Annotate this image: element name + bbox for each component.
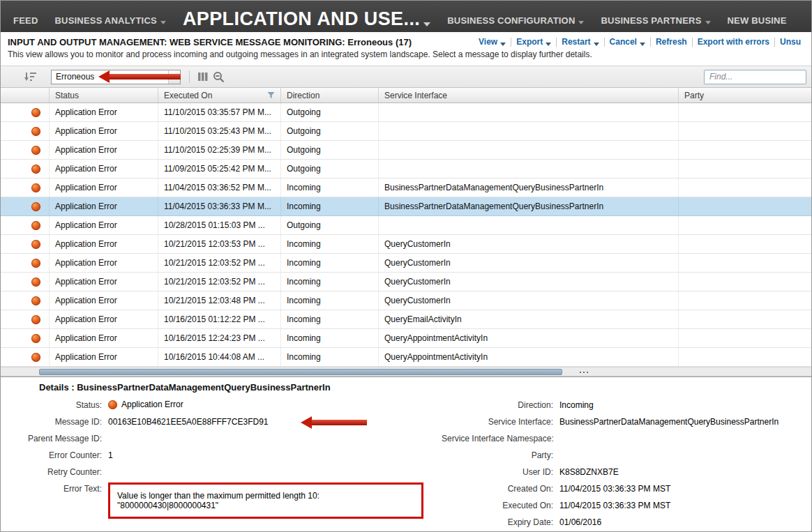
field-value — [105, 464, 108, 467]
cell-direction: Incoming — [281, 273, 379, 291]
status-icon-cell — [1, 235, 50, 253]
table-row[interactable]: Application Error11/10/2015 02:25:39 PM … — [1, 141, 811, 160]
cell-party — [679, 197, 811, 215]
cell-service-interface: QueryCustomerIn — [379, 291, 679, 310]
details-title: Details : BusinessPartnerDataManagementQ… — [1, 381, 811, 397]
nav-item-new-busine[interactable]: NEW BUSINE — [719, 15, 795, 32]
nav-item-label: BUSINESS PARTNERS — [601, 15, 701, 26]
status-icon-cell — [1, 160, 50, 178]
error-status-icon — [31, 240, 40, 249]
nav-item-business-analytics[interactable]: BUSINESS ANALYTICS — [46, 15, 174, 32]
action-cancel[interactable]: Cancel — [606, 37, 649, 47]
column-header-direction[interactable]: Direction — [281, 88, 379, 102]
action-separator — [692, 38, 693, 47]
nav-item-business-partners[interactable]: BUSINESS PARTNERS — [592, 15, 719, 32]
scrollbar-grip — [580, 372, 588, 373]
cell-executed-on: 10/21/2015 12:03:48 PM ... — [158, 291, 281, 310]
action-export[interactable]: Export — [513, 37, 555, 47]
cell-status: Application Error — [50, 178, 158, 197]
cell-party — [679, 103, 811, 121]
action-restart[interactable]: Restart — [558, 37, 602, 47]
cell-service-interface: BusinessPartnerDataManagementQueryBusine… — [379, 178, 679, 197]
annotation-highlight-box: Value is longer than the maximum permitt… — [108, 482, 423, 519]
cell-direction: Outgoing — [281, 122, 379, 140]
table-row[interactable]: Application Error10/21/2015 12:03:53 PM … — [1, 235, 811, 254]
cell-party — [679, 122, 811, 140]
field-value: Value is longer than the maximum permitt… — [105, 481, 423, 519]
action-label: Export with errors — [698, 37, 769, 47]
cell-direction: Outgoing — [281, 103, 379, 121]
status-icon-cell — [1, 329, 50, 347]
cell-executed-on: 10/21/2015 12:03:52 PM ... — [158, 254, 281, 272]
cell-service-interface — [379, 122, 679, 140]
table-row[interactable]: Application Error10/16/2015 01:12:22 PM … — [1, 310, 811, 329]
field-label: Service Interface: — [442, 414, 557, 427]
field-label: Direction: — [442, 397, 557, 410]
table-row[interactable]: Application Error11/09/2015 05:25:42 PM … — [1, 160, 811, 178]
cell-executed-on: 11/10/2015 03:35:57 PM M... — [158, 103, 281, 121]
cell-service-interface — [379, 216, 679, 234]
detail-field-parent-message-id: Parent Message ID: — [1, 431, 442, 448]
column-header-status-icon[interactable] — [1, 88, 50, 102]
table-row[interactable]: Application Error10/21/2015 12:03:52 PM … — [1, 254, 811, 273]
action-view[interactable]: View — [475, 37, 509, 47]
cell-direction: Incoming — [281, 310, 379, 328]
zoom-out-icon-glyph — [213, 71, 225, 83]
error-status-icon — [31, 165, 40, 174]
cell-direction: Incoming — [281, 178, 379, 197]
table-row[interactable]: Application Error10/16/2015 12:24:23 PM … — [1, 329, 811, 348]
table-row[interactable]: Application Error11/10/2015 03:35:57 PM … — [1, 103, 811, 122]
status-icon-cell — [1, 178, 50, 197]
table-row[interactable]: Application Error10/21/2015 12:03:48 PM … — [1, 291, 811, 310]
cell-service-interface — [379, 160, 679, 178]
zoom-out-icon[interactable] — [211, 69, 226, 84]
error-status-icon — [31, 315, 40, 324]
table-row[interactable]: Application Error10/28/2015 01:15:03 PM … — [1, 216, 811, 235]
column-header-service-interface[interactable]: Service Interface — [379, 88, 679, 102]
nav-item-business-configuration[interactable]: BUSINESS CONFIGURATION — [439, 15, 592, 32]
nav-item-application-and-use[interactable]: APPLICATION AND USE... — [174, 8, 439, 32]
scrollbar-thumb[interactable] — [39, 369, 562, 375]
error-status-icon — [31, 296, 40, 305]
action-export-with-errors[interactable]: Export with errors — [694, 37, 773, 47]
column-header-party[interactable]: Party — [679, 88, 811, 102]
field-value: 00163E10B4621EE5A0E88FFF7CE3FD91 — [105, 414, 268, 427]
action-refresh[interactable]: Refresh — [652, 37, 691, 47]
table-row[interactable]: Application Error11/10/2015 03:25:43 PM … — [1, 122, 811, 141]
cell-service-interface — [379, 141, 679, 159]
find-input[interactable] — [704, 70, 806, 84]
toolbar-separator — [189, 70, 190, 83]
field-value: BusinessPartnerDataManagementQueryBusine… — [557, 414, 779, 427]
nav-item-feed[interactable]: FEED — [5, 15, 46, 32]
cell-executed-on: 11/09/2015 05:25:42 PM M... — [158, 160, 281, 178]
chevron-down-icon — [594, 43, 599, 46]
horizontal-scrollbar[interactable] — [1, 367, 811, 377]
column-header-executed-on[interactable]: Executed On — [158, 88, 281, 102]
field-value — [557, 448, 559, 450]
table-row[interactable]: Application Error11/04/2015 03:36:52 PM … — [1, 178, 811, 197]
sort-icon[interactable] — [23, 69, 38, 84]
chevron-down-icon — [640, 43, 645, 46]
status-filter-dropdown[interactable]: Erroneous — [51, 70, 181, 84]
table-body: Application Error11/10/2015 03:35:57 PM … — [1, 103, 811, 367]
cell-status: Application Error — [50, 197, 158, 215]
error-status-icon — [108, 400, 117, 409]
table-row[interactable]: Application Error11/04/2015 03:36:33 PM … — [1, 197, 811, 216]
cell-party — [679, 329, 811, 347]
table-row[interactable]: Application Error10/16/2015 10:44:08 AM … — [1, 348, 811, 367]
cell-service-interface: QueryCustomerIn — [379, 254, 679, 272]
action-unsu[interactable]: Unsu — [776, 37, 804, 47]
table-row[interactable]: Application Error10/21/2015 12:03:52 PM … — [1, 273, 811, 291]
cell-direction: Incoming — [281, 291, 379, 310]
column-header-status[interactable]: Status — [50, 88, 158, 102]
details-panel: Details : BusinessPartnerDataManagementQ… — [1, 377, 811, 531]
status-icon-cell — [1, 141, 50, 159]
cell-party — [679, 291, 811, 310]
filter-icon — [267, 91, 275, 99]
page-title: INPUT AND OUTPUT MANAGEMENT: WEB SERVICE… — [8, 37, 412, 47]
dropdown-caret-button[interactable] — [168, 70, 180, 84]
detail-field-direction: Direction:Incoming — [442, 397, 811, 414]
field-label: Error Text: — [1, 481, 105, 494]
action-separator — [650, 38, 651, 47]
column-settings-icon[interactable] — [195, 69, 211, 84]
